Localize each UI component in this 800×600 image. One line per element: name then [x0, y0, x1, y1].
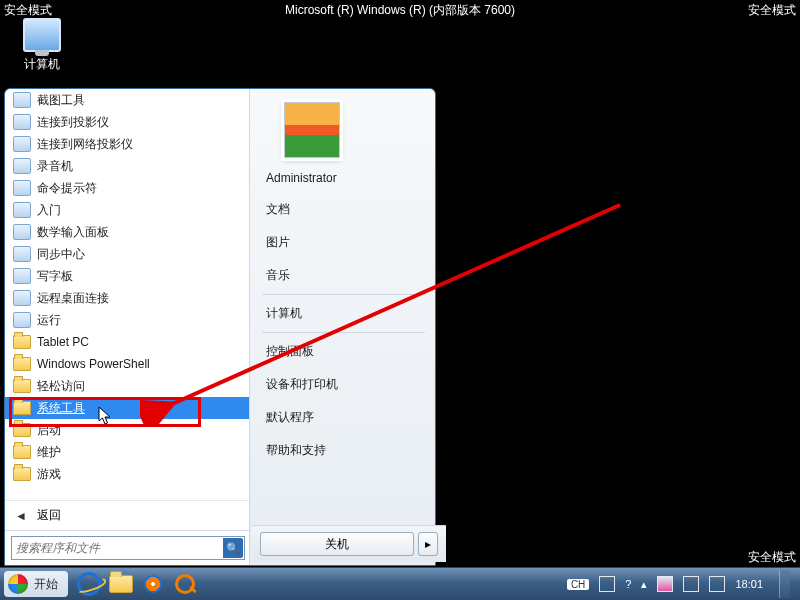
taskbar-media-player[interactable]	[138, 571, 168, 597]
start-menu-item[interactable]: 维护	[5, 441, 249, 463]
shutdown-label: 关机	[325, 536, 349, 553]
app-icon	[13, 268, 31, 284]
right-panel-user[interactable]: Administrator	[262, 163, 425, 193]
computer-icon	[23, 18, 61, 52]
start-menu-item[interactable]: 同步中心	[5, 243, 249, 265]
app-icon	[13, 92, 31, 108]
start-menu-item-label: 系统工具	[37, 400, 85, 417]
taskbar-clock[interactable]: 18:01	[735, 578, 763, 590]
start-menu-item[interactable]: 入门	[5, 199, 249, 221]
start-menu-item[interactable]: 游戏	[5, 463, 249, 485]
start-menu-item[interactable]: Windows PowerShell	[5, 353, 249, 375]
app-icon	[13, 290, 31, 306]
ime-indicator[interactable]: CH	[567, 579, 589, 590]
start-menu-item[interactable]: 连接到网络投影仪	[5, 133, 249, 155]
back-label: 返回	[37, 507, 61, 524]
right-panel-link[interactable]: 计算机	[262, 297, 425, 330]
start-menu-back[interactable]: ◄ 返回	[5, 500, 249, 530]
app-icon	[13, 114, 31, 130]
start-menu-search-row: 🔍	[5, 530, 249, 565]
start-menu-item-label: 数学输入面板	[37, 224, 109, 241]
folder-icon	[13, 357, 31, 371]
right-panel-link[interactable]: 控制面板	[262, 335, 425, 368]
app-icon	[13, 224, 31, 240]
start-label: 开始	[34, 576, 58, 593]
app-icon	[13, 202, 31, 218]
folder-icon	[13, 379, 31, 393]
start-menu-item[interactable]: 轻松访问	[5, 375, 249, 397]
start-menu-item[interactable]: 系统工具	[5, 397, 249, 419]
start-menu-item[interactable]: 截图工具	[5, 89, 249, 111]
user-avatar-wrap	[262, 97, 425, 163]
start-menu-item[interactable]: 录音机	[5, 155, 249, 177]
taskbar-explorer[interactable]	[106, 571, 136, 597]
app-icon	[13, 246, 31, 262]
folder-icon	[13, 467, 31, 481]
start-menu-item-label: 连接到网络投影仪	[37, 136, 133, 153]
separator	[262, 294, 425, 295]
back-arrow-icon: ◄	[13, 508, 29, 524]
start-menu-item-label: 维护	[37, 444, 61, 461]
search-input[interactable]	[11, 536, 245, 560]
clock-time: 18:01	[735, 578, 763, 590]
search-button[interactable]: 🔍	[223, 538, 243, 558]
right-panel-link[interactable]: 默认程序	[262, 401, 425, 434]
tray-chevron-icon[interactable]: ▴	[641, 578, 647, 591]
right-panel-link[interactable]: 文档	[262, 193, 425, 226]
start-menu-left-panel: 截图工具连接到投影仪连接到网络投影仪录音机命令提示符入门数学输入面板同步中心写字…	[5, 89, 250, 565]
shutdown-options-button[interactable]: ▸	[418, 532, 438, 556]
windows-build-label: Microsoft (R) Windows (R) (内部版本 7600)	[0, 2, 800, 19]
ime-help-icon[interactable]: ?	[625, 578, 631, 590]
safemode-bottom-right: 安全模式	[748, 549, 796, 566]
app-icon	[13, 136, 31, 152]
app-icon	[13, 180, 31, 196]
ime-tool-icon[interactable]	[599, 576, 615, 592]
shutdown-button[interactable]: 关机	[260, 532, 414, 556]
start-menu-item-label: 远程桌面连接	[37, 290, 109, 307]
start-menu-item[interactable]: 命令提示符	[5, 177, 249, 199]
safemode-top-right: 安全模式	[748, 2, 796, 19]
separator	[262, 332, 425, 333]
show-desktop-button[interactable]	[779, 570, 790, 598]
start-menu-item[interactable]: Tablet PC	[5, 331, 249, 353]
start-menu-item[interactable]: 启动	[5, 419, 249, 441]
right-panel-link[interactable]: 音乐	[262, 259, 425, 292]
start-menu-item-label: Tablet PC	[37, 335, 89, 349]
taskbar-magnifier[interactable]	[170, 571, 200, 597]
start-menu-item[interactable]: 写字板	[5, 265, 249, 287]
system-tray: CH ? ▴ 18:01	[567, 570, 796, 598]
chevron-right-icon: ▸	[425, 537, 431, 551]
start-menu-item-label: 游戏	[37, 466, 61, 483]
user-avatar[interactable]	[284, 102, 340, 158]
start-menu-item[interactable]: 运行	[5, 309, 249, 331]
start-menu-item[interactable]: 远程桌面连接	[5, 287, 249, 309]
start-button[interactable]: 开始	[4, 571, 68, 597]
ie-icon	[77, 572, 101, 596]
network-icon[interactable]	[683, 576, 699, 592]
right-panel-link[interactable]: 帮助和支持	[262, 434, 425, 467]
desktop-icon-computer[interactable]: 计算机	[14, 18, 70, 73]
start-menu-item-label: 运行	[37, 312, 61, 329]
media-player-icon	[144, 575, 162, 593]
right-panel-link[interactable]: 设备和打印机	[262, 368, 425, 401]
desktop-icon-label: 计算机	[24, 57, 60, 71]
search-icon: 🔍	[226, 542, 240, 555]
start-menu-item-label: 截图工具	[37, 92, 85, 109]
start-menu-item-label: 命令提示符	[37, 180, 97, 197]
magnifier-icon	[175, 574, 195, 594]
start-menu-item-label: 轻松访问	[37, 378, 85, 395]
taskbar: 开始 CH ? ▴ 18:01	[0, 567, 800, 600]
action-center-icon[interactable]	[657, 576, 673, 592]
start-menu-item[interactable]: 数学输入面板	[5, 221, 249, 243]
start-menu-item-label: 启动	[37, 422, 61, 439]
volume-icon[interactable]	[709, 576, 725, 592]
start-menu-program-list: 截图工具连接到投影仪连接到网络投影仪录音机命令提示符入门数学输入面板同步中心写字…	[5, 89, 249, 500]
start-menu-item[interactable]: 连接到投影仪	[5, 111, 249, 133]
windows-orb-icon	[8, 574, 28, 594]
start-menu-item-label: 录音机	[37, 158, 73, 175]
taskbar-ie[interactable]	[74, 571, 104, 597]
right-panel-link[interactable]: 图片	[262, 226, 425, 259]
folder-icon	[13, 335, 31, 349]
app-icon	[13, 158, 31, 174]
start-menu-item-label: 同步中心	[37, 246, 85, 263]
